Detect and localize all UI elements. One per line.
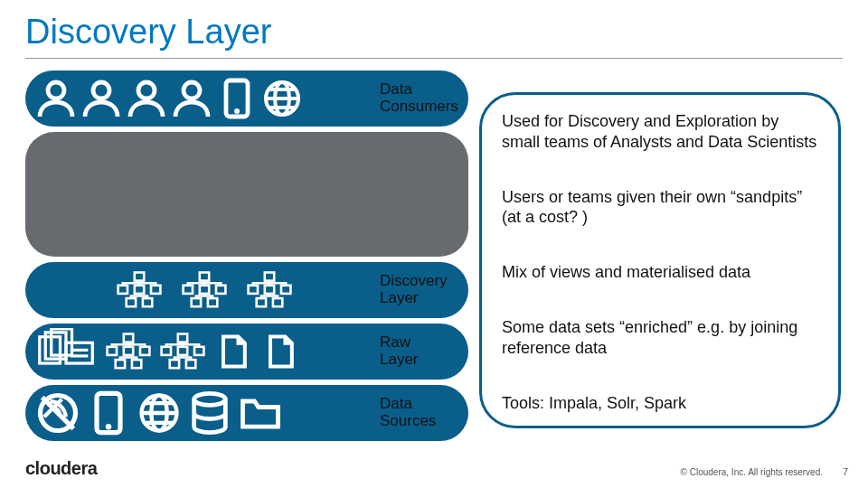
callout-paragraph: Some data sets “enriched” e.g. by joinin…	[502, 317, 820, 358]
layer-middle-placeholder	[25, 132, 468, 257]
svg-rect-38	[140, 347, 149, 355]
svg-rect-35	[124, 334, 133, 343]
layer-raw: Raw Layer	[25, 324, 468, 380]
svg-rect-36	[108, 347, 117, 355]
page-title: Discovery Layer	[25, 13, 271, 52]
raw-icons	[25, 328, 300, 375]
hierarchy-icon	[105, 328, 152, 375]
svg-rect-16	[143, 298, 152, 306]
callout-paragraph: Tools: Impala, Solr, Spark	[502, 393, 820, 414]
document-icon	[260, 330, 300, 373]
person-icon	[34, 77, 78, 120]
svg-rect-32	[66, 343, 92, 363]
page-number: 7	[843, 466, 848, 477]
label-line: Discovery	[380, 273, 470, 290]
callout-box: Used for Discovery and Exploration by sm…	[479, 92, 841, 428]
copyright-text: © Cloudera, Inc. All rights reserved.	[681, 467, 823, 477]
svg-rect-46	[186, 360, 195, 368]
svg-rect-42	[162, 347, 171, 355]
svg-rect-21	[192, 298, 201, 306]
svg-rect-12	[118, 286, 127, 294]
globe-icon	[260, 77, 304, 120]
document-icon	[213, 330, 253, 373]
svg-rect-19	[200, 286, 209, 294]
person-icon	[125, 77, 168, 120]
hierarchy-icon	[116, 267, 163, 314]
files-stack-icon	[34, 328, 98, 375]
hierarchy-icon	[181, 267, 228, 314]
label-line: Consumers	[380, 99, 470, 116]
layer-discovery: Discovery Layer	[25, 262, 468, 318]
layers-diagram: Data Consumers Discovery Layer Raw Layer	[25, 70, 468, 446]
svg-rect-39	[116, 360, 125, 368]
brand-logo: cloudera	[25, 458, 97, 479]
discovery-icons	[25, 267, 293, 314]
person-icon	[170, 77, 213, 120]
svg-rect-20	[216, 286, 225, 294]
satellite-icon	[34, 389, 81, 436]
svg-point-50	[106, 424, 112, 430]
callout-paragraph: Users or teams given their own “sandpits…	[502, 187, 820, 228]
sources-icons	[25, 389, 284, 436]
svg-point-5	[234, 108, 240, 114]
svg-rect-44	[194, 347, 203, 355]
layer-data-consumers: Data Consumers	[25, 70, 468, 127]
hierarchy-icon	[159, 328, 206, 375]
label-line: Data	[380, 81, 470, 99]
label-line: Sources	[380, 413, 470, 430]
svg-rect-37	[124, 347, 133, 355]
database-icon	[186, 389, 233, 436]
title-underline	[25, 58, 843, 59]
svg-rect-41	[178, 334, 187, 343]
svg-point-1	[93, 82, 109, 99]
svg-rect-40	[132, 360, 141, 368]
svg-point-3	[184, 82, 200, 99]
svg-point-2	[138, 82, 155, 99]
svg-rect-11	[135, 273, 144, 281]
svg-rect-14	[151, 286, 160, 294]
label-line: Data	[380, 396, 470, 413]
label-line: Raw	[380, 334, 470, 352]
svg-rect-28	[273, 298, 282, 306]
label-line: Layer	[380, 352, 470, 369]
svg-rect-26	[281, 286, 290, 294]
layer-label: Discovery Layer	[380, 273, 470, 306]
tablet-icon	[85, 389, 132, 436]
layer-label: Raw Layer	[380, 334, 470, 368]
globe-icon	[136, 389, 183, 436]
svg-point-0	[48, 82, 64, 99]
svg-rect-17	[200, 273, 209, 281]
person-icon	[80, 77, 123, 120]
svg-rect-43	[178, 347, 187, 355]
svg-rect-24	[249, 286, 258, 294]
layer-label: Data Consumers	[380, 81, 470, 115]
hierarchy-icon	[246, 267, 293, 314]
svg-rect-22	[208, 298, 217, 306]
svg-rect-13	[135, 286, 144, 294]
tablet-icon	[215, 77, 259, 120]
svg-rect-25	[265, 286, 274, 294]
svg-rect-23	[265, 273, 274, 281]
callout-paragraph: Mix of views and materialised data	[502, 262, 820, 283]
svg-rect-15	[127, 298, 136, 306]
layer-label: Data Sources	[380, 396, 470, 429]
svg-rect-27	[257, 298, 266, 306]
consumers-icons	[25, 77, 304, 120]
callout-paragraph: Used for Discovery and Exploration by sm…	[502, 111, 820, 152]
label-line: Layer	[380, 290, 470, 307]
svg-point-56	[194, 393, 226, 405]
folder-icon	[237, 389, 284, 436]
svg-rect-18	[184, 286, 193, 294]
svg-rect-45	[170, 360, 179, 368]
layer-data-sources: Data Sources	[25, 385, 468, 441]
